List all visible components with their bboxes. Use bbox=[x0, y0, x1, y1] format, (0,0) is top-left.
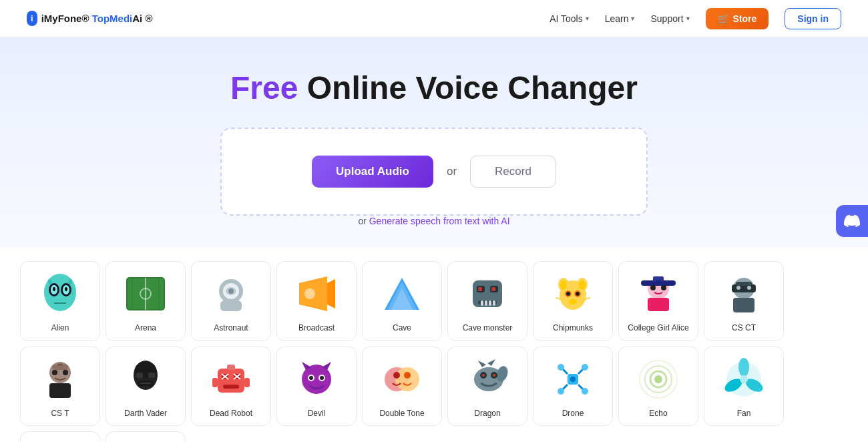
voice-section: AlienArenaAstronautBroadcastCaveCave mon… bbox=[0, 248, 868, 442]
voice-card-college-girl[interactable]: College Girl Alice bbox=[618, 261, 698, 341]
voice-icon-dead-robot bbox=[207, 355, 255, 403]
support-label: Support bbox=[650, 13, 683, 24]
voice-icon-cave bbox=[378, 270, 426, 318]
svg-point-96 bbox=[395, 367, 419, 391]
voice-label-cave: Cave bbox=[393, 323, 411, 334]
voice-card-drone[interactable]: Drone bbox=[533, 347, 613, 427]
svg-point-61 bbox=[736, 286, 740, 290]
voice-card-broadcast[interactable]: Broadcast bbox=[276, 261, 357, 341]
voice-card-devil[interactable]: Devil bbox=[276, 347, 357, 427]
svg-point-114 bbox=[558, 388, 564, 395]
generate-prefix: or bbox=[358, 216, 369, 226]
voice-card-cave-monster[interactable]: Cave monster bbox=[447, 261, 527, 341]
hero-title-rest: Online Voice Changer bbox=[298, 70, 638, 105]
voice-card-ghost[interactable]: Ghost bbox=[105, 431, 186, 442]
upload-audio-button[interactable]: Upload Audio bbox=[312, 156, 433, 188]
svg-rect-13 bbox=[158, 278, 160, 310]
generate-link[interactable]: Generate speech from text with AI bbox=[369, 216, 510, 226]
store-icon: 🛒 bbox=[718, 13, 729, 24]
or-separator: or bbox=[447, 165, 457, 178]
svg-point-45 bbox=[566, 292, 570, 296]
voice-label-dragon: Dragon bbox=[474, 409, 500, 419]
support-chevron-icon: ▾ bbox=[686, 15, 690, 22]
svg-point-47 bbox=[569, 299, 577, 304]
voice-card-fan[interactable]: Fan bbox=[704, 347, 784, 427]
svg-rect-73 bbox=[136, 373, 143, 378]
svg-rect-84 bbox=[223, 385, 239, 389]
svg-point-42 bbox=[579, 280, 586, 290]
svg-rect-31 bbox=[478, 287, 482, 291]
svg-point-69 bbox=[63, 370, 68, 375]
svg-point-58 bbox=[662, 286, 665, 289]
voice-label-devil: Devil bbox=[308, 409, 326, 419]
voice-card-astronaut[interactable]: Astronaut bbox=[191, 261, 271, 341]
svg-point-62 bbox=[747, 286, 751, 290]
svg-point-98 bbox=[404, 372, 411, 379]
voice-card-echo[interactable]: Echo bbox=[618, 347, 698, 427]
voice-label-cave-monster: Cave monster bbox=[463, 323, 513, 334]
support-menu[interactable]: Support ▾ bbox=[650, 13, 689, 24]
store-button[interactable]: 🛒 Store bbox=[706, 8, 769, 29]
svg-rect-77 bbox=[218, 369, 244, 393]
svg-point-41 bbox=[560, 280, 567, 290]
svg-rect-51 bbox=[648, 298, 669, 311]
svg-point-113 bbox=[582, 364, 588, 371]
svg-point-125 bbox=[740, 375, 748, 383]
voice-icon-fan bbox=[720, 355, 768, 403]
voice-card-dragon[interactable]: Dragon bbox=[447, 347, 527, 427]
voice-icon-dragon bbox=[463, 355, 511, 403]
voice-icon-alien bbox=[36, 270, 84, 318]
svg-point-0 bbox=[44, 274, 76, 311]
logo-icon-box: i bbox=[27, 11, 37, 26]
svg-rect-20 bbox=[220, 300, 242, 311]
discord-fab[interactable] bbox=[836, 205, 868, 237]
svg-rect-34 bbox=[481, 300, 483, 306]
voice-card-cave[interactable]: Cave bbox=[362, 261, 442, 341]
signin-button[interactable]: Sign in bbox=[785, 8, 841, 29]
voice-card-forest[interactable]: Forest bbox=[20, 431, 100, 442]
voice-card-cst[interactable]: CS T bbox=[20, 347, 100, 427]
svg-point-6 bbox=[65, 287, 67, 291]
voice-icon-devil bbox=[292, 355, 341, 403]
navbar: i iMyFone® TopMediAi ® AI Tools ▾ Learn … bbox=[0, 0, 868, 37]
voice-icon-astronaut bbox=[207, 270, 255, 318]
voice-label-chipmunks: Chipmunks bbox=[553, 323, 593, 334]
svg-point-57 bbox=[652, 286, 654, 289]
voice-icon-double-tone bbox=[378, 355, 426, 403]
voice-label-astronaut: Astronaut bbox=[214, 323, 248, 334]
voice-icon-cst bbox=[36, 355, 84, 403]
voice-label-dead-robot: Dead Robot bbox=[210, 409, 252, 419]
voice-label-echo: Echo bbox=[649, 409, 667, 419]
svg-point-24 bbox=[304, 288, 315, 299]
voice-icon-cave-monster bbox=[463, 270, 511, 318]
svg-marker-105 bbox=[478, 361, 486, 367]
svg-rect-35 bbox=[485, 300, 487, 306]
voice-card-csct[interactable]: CS CT bbox=[704, 261, 784, 341]
voice-label-college-girl: College Girl Alice bbox=[628, 323, 688, 334]
voice-card-double-tone[interactable]: Double Tone bbox=[362, 347, 442, 427]
learn-menu[interactable]: Learn ▾ bbox=[605, 13, 635, 24]
svg-marker-23 bbox=[327, 279, 335, 308]
logo: i iMyFone® TopMediAi ® bbox=[27, 11, 152, 26]
hero-title: Free Online Voice Changer bbox=[230, 69, 638, 106]
hero-title-free: Free bbox=[230, 70, 298, 105]
svg-marker-106 bbox=[487, 359, 495, 366]
svg-rect-32 bbox=[491, 287, 495, 291]
generate-text: or Generate speech from text with AI bbox=[358, 216, 509, 226]
voice-label-drone: Drone bbox=[562, 409, 584, 419]
svg-rect-12 bbox=[132, 278, 133, 310]
voice-card-arena[interactable]: Arena bbox=[105, 261, 186, 341]
svg-rect-63 bbox=[733, 298, 754, 312]
svg-point-21 bbox=[228, 288, 234, 294]
ai-tools-label: AI Tools bbox=[550, 13, 583, 24]
voice-card-dead-robot[interactable]: Dead Robot bbox=[191, 347, 271, 427]
voice-card-alien[interactable]: Alien bbox=[20, 261, 100, 341]
logo-icon-text: i bbox=[31, 13, 33, 23]
ai-tools-menu[interactable]: AI Tools ▾ bbox=[550, 13, 589, 24]
voice-card-darth-vader[interactable]: Darth Vader bbox=[105, 347, 186, 427]
voice-grid: AlienArenaAstronautBroadcastCaveCave mon… bbox=[20, 261, 848, 442]
svg-point-115 bbox=[582, 388, 588, 395]
record-button[interactable]: Record bbox=[470, 156, 556, 188]
svg-point-94 bbox=[320, 376, 324, 380]
voice-card-chipmunks[interactable]: Chipmunks bbox=[533, 261, 613, 341]
